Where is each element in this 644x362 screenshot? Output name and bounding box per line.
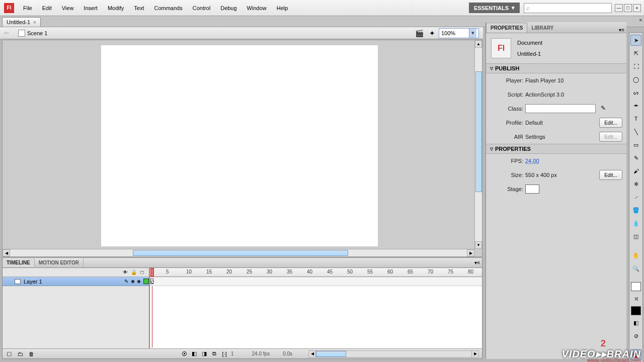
fps-value[interactable]: 24.00 [525, 158, 539, 164]
edit-scene-icon[interactable]: 🎬 [415, 29, 424, 38]
visibility-header-icon[interactable]: 👁 [122, 269, 128, 275]
stage[interactable] [101, 45, 378, 246]
section-properties[interactable]: ▽ PROPERTIES [486, 144, 626, 154]
menu-file[interactable]: File [18, 2, 37, 14]
menu-help[interactable]: Help [272, 2, 293, 14]
tick: 80 [468, 269, 473, 275]
zoom-tool[interactable]: 🔍 [630, 263, 641, 274]
timeline-scrollbar[interactable]: ◀ ▶ [308, 350, 479, 357]
new-folder-icon[interactable]: 🗀 [17, 350, 24, 357]
scroll-thumb[interactable] [316, 351, 346, 357]
scroll-right-icon[interactable]: ▶ [467, 249, 474, 256]
visibility-dot-icon[interactable] [131, 280, 134, 283]
center-frame-icon[interactable]: ⦿ [181, 350, 188, 357]
text-tool[interactable]: T [630, 113, 641, 124]
rectangle-tool[interactable]: ▭ [630, 139, 641, 150]
tab-library[interactable]: LIBRARY [527, 23, 557, 33]
stroke-color-swatch[interactable] [631, 282, 641, 291]
doc-type: Document [517, 40, 542, 46]
menu-modify[interactable]: Modify [103, 2, 129, 14]
class-input[interactable] [525, 104, 596, 113]
stage-label: Stage: [503, 186, 523, 192]
fill-color-swatch[interactable] [631, 306, 641, 315]
layer-row[interactable]: Layer 1 ✎ [3, 277, 149, 286]
frame-ruler[interactable]: 5 10 15 20 25 30 35 40 45 50 55 60 65 70… [150, 268, 482, 277]
menu-edit[interactable]: Edit [37, 2, 57, 14]
tab-close-icon[interactable]: × [33, 20, 36, 25]
edit-class-icon[interactable]: ✎ [601, 105, 609, 113]
workspace-selector[interactable]: ESSENTIALS ▾ [469, 3, 520, 13]
maximize-button[interactable]: □ [624, 4, 632, 12]
playhead[interactable] [150, 268, 154, 277]
menu-view[interactable]: View [57, 2, 79, 14]
panel-menu-icon[interactable]: ▾≡ [619, 27, 624, 33]
free-transform-tool[interactable]: ⛶ [630, 61, 641, 72]
zoom-input[interactable]: 100% ▾ [439, 28, 479, 38]
search-input[interactable]: ⌕ [524, 3, 612, 13]
menu-debug[interactable]: Debug [215, 2, 242, 14]
menu-control[interactable]: Control [188, 2, 215, 14]
modify-markers-icon[interactable]: [·] [221, 350, 228, 357]
onion-outline-icon[interactable]: ◨ [201, 350, 208, 357]
back-arrow-icon[interactable]: ⇦ [4, 30, 11, 37]
stage-color-swatch[interactable] [525, 185, 539, 194]
frame-row[interactable] [150, 277, 482, 286]
expand-panels-icon[interactable]: » [639, 17, 642, 23]
onion-skin-icon[interactable]: ◧ [191, 350, 198, 357]
outline-header-icon[interactable]: □ [139, 269, 145, 275]
eyedropper-tool[interactable]: 💧 [630, 218, 641, 229]
selection-tool[interactable]: ➤ [630, 35, 641, 46]
chevron-down-icon: ▾ [512, 5, 515, 11]
lasso-tool[interactable]: ᔕ [630, 87, 641, 98]
zoom-dropdown-icon[interactable]: ▾ [469, 29, 476, 38]
menu-commands[interactable]: Commands [149, 2, 187, 14]
document-tab[interactable]: Untitled-1 × [2, 17, 41, 27]
keyframe[interactable] [150, 279, 153, 284]
panel-menu-icon[interactable]: ▾≡ [474, 260, 480, 265]
scene-icon [18, 30, 25, 37]
menu-text[interactable]: Text [129, 2, 149, 14]
menu-insert[interactable]: Insert [78, 2, 103, 14]
swap-colors-icon[interactable]: ⤭ [630, 293, 641, 304]
scroll-up-icon[interactable]: ▲ [475, 40, 482, 48]
delete-layer-icon[interactable]: 🗑 [28, 350, 35, 357]
scroll-left-icon[interactable]: ◀ [309, 351, 316, 357]
edit-size-button[interactable]: Edit... [599, 170, 622, 180]
subselection-tool[interactable]: ⇱ [630, 48, 641, 59]
scroll-down-icon[interactable]: ▼ [475, 241, 482, 249]
scroll-thumb-h[interactable] [133, 250, 348, 256]
pencil-tool[interactable]: ✎ [630, 152, 641, 163]
frames-area[interactable]: 5 10 15 20 25 30 35 40 45 50 55 60 65 70… [150, 268, 482, 348]
hand-tool[interactable]: ✋ [630, 250, 641, 261]
new-layer-icon[interactable]: ▢ [6, 350, 13, 357]
paint-bucket-tool[interactable]: 🪣 [630, 205, 641, 216]
scroll-thumb[interactable] [475, 71, 482, 192]
tab-properties[interactable]: PROPERTIES [486, 23, 527, 33]
3d-rotation-tool[interactable]: ◯ [630, 74, 641, 85]
edit-profile-button[interactable]: Edit... [599, 118, 622, 128]
menu-window[interactable]: Window [242, 2, 272, 14]
deco-tool[interactable]: ✲ [630, 178, 641, 190]
line-tool[interactable]: ╲ [630, 126, 641, 137]
scroll-right-icon[interactable]: ▶ [471, 351, 478, 357]
brush-tool[interactable]: 🖌 [630, 165, 641, 176]
horizontal-scrollbar[interactable]: ◀ ▶ [3, 249, 474, 256]
tab-timeline[interactable]: TIMELINE [3, 258, 35, 267]
eraser-tool[interactable]: ◫ [630, 231, 641, 242]
default-colors-icon[interactable]: ◧ [630, 317, 641, 328]
tab-motion-editor[interactable]: MOTION EDITOR [35, 258, 84, 267]
scroll-left-icon[interactable]: ◀ [3, 249, 10, 256]
lock-header-icon[interactable]: 🔒 [131, 269, 136, 275]
bone-tool[interactable]: ⟋ [630, 192, 641, 203]
vertical-scrollbar[interactable]: ▲ ▼ [474, 40, 482, 249]
minimize-button[interactable]: — [615, 4, 623, 12]
edit-multiple-icon[interactable]: ⧉ [211, 350, 218, 357]
lock-dot-icon[interactable] [137, 280, 140, 283]
pen-tool[interactable]: ✒ [630, 100, 641, 111]
close-button[interactable]: × [633, 4, 641, 12]
outline-color-icon[interactable] [143, 279, 149, 284]
edit-symbol-icon[interactable]: ✦ [428, 29, 437, 38]
no-color-icon[interactable]: ⊘ [630, 330, 641, 341]
frame-rate: 24.0 fps [252, 351, 270, 356]
section-publish[interactable]: ▽ PUBLISH [486, 63, 626, 73]
